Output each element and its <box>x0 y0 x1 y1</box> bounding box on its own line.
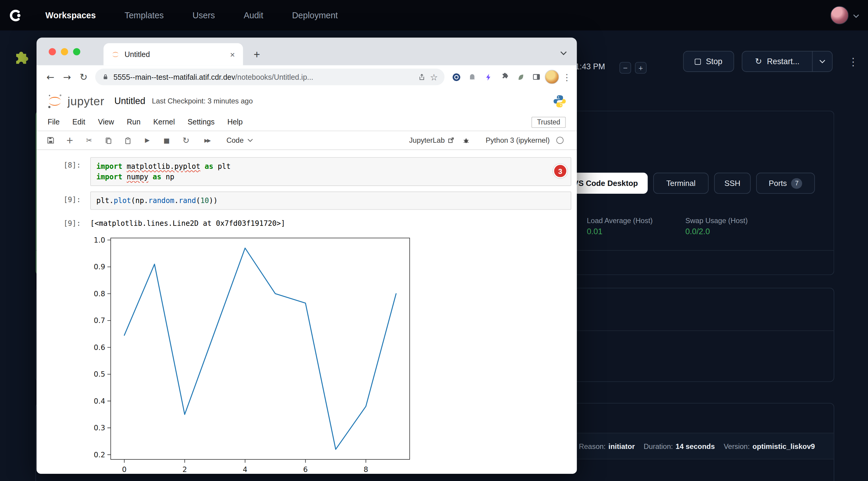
menu-help[interactable]: Help <box>227 118 243 126</box>
code-cell-9: [9]: plt.plot(np.random.rand(10)) <box>37 192 571 210</box>
svg-text:0.3: 0.3 <box>94 424 105 432</box>
close-tab-icon[interactable]: × <box>228 49 238 59</box>
restart-icon: ↻ <box>755 56 762 66</box>
minimize-window-button[interactable] <box>61 48 68 55</box>
address-bar[interactable]: 5555--main--test--matifali.atif.cdr.dev/… <box>95 69 444 85</box>
primary-nav: Workspaces Templates Users Audit Deploym… <box>45 10 338 20</box>
trusted-badge[interactable]: Trusted <box>531 117 566 128</box>
notebook-title[interactable]: Untitled <box>114 96 145 106</box>
bolt-extension-icon[interactable] <box>482 71 495 83</box>
lock-icon[interactable] <box>102 73 109 81</box>
cell-type-dropdown[interactable]: Code <box>226 136 253 145</box>
tab-search-chevron-icon[interactable] <box>560 48 567 58</box>
nav-item-deployment[interactable]: Deployment <box>292 10 338 20</box>
browser-tab[interactable]: Untitled × <box>103 43 243 65</box>
open-in-jupyterlab-link[interactable]: JupyterLab <box>409 136 455 145</box>
bookmark-star-icon[interactable]: ☆ <box>430 72 438 82</box>
back-button[interactable]: ← <box>42 69 59 85</box>
ssh-button[interactable]: SSH <box>714 173 751 194</box>
share-icon[interactable] <box>418 73 426 81</box>
svg-text:0.5: 0.5 <box>94 370 105 379</box>
nav-item-users[interactable]: Users <box>192 10 215 20</box>
vscode-desktop-label: VS Code Desktop <box>573 179 638 188</box>
output-cell-9: [9]: [<matplotlib.lines.Line2D at 0x7fd0… <box>37 215 571 228</box>
browser-window: Untitled × + ← → ↻ 5555--main--test--mat… <box>37 38 577 474</box>
forward-button[interactable]: → <box>59 69 75 85</box>
svg-text:0.8: 0.8 <box>94 290 105 298</box>
restart-options-button[interactable] <box>812 51 833 72</box>
output-figure: 0.20.30.40.50.60.70.80.91.002468 <box>89 234 577 474</box>
kernel-name[interactable]: Python 3 (ipykernel) <box>486 136 550 145</box>
jupyter-favicon <box>111 50 120 59</box>
user-avatar[interactable] <box>831 6 849 24</box>
jupyter-wordmark: jupyter <box>67 94 104 108</box>
load-average-label: Load Average (Host) <box>587 217 653 225</box>
menu-settings[interactable]: Settings <box>187 118 214 126</box>
fullscreen-window-button[interactable] <box>73 48 81 55</box>
copy-cells-button[interactable] <box>103 135 113 145</box>
menu-run[interactable]: Run <box>127 118 141 126</box>
debugger-icon[interactable] <box>461 135 471 145</box>
code-cell-8: [8]: import matplotlib.pyplot as pltimpo… <box>37 157 571 186</box>
save-button[interactable] <box>45 135 55 145</box>
coder-logo-icon[interactable] <box>7 7 23 23</box>
leaf-extension-icon[interactable] <box>515 71 527 83</box>
side-panel-icon[interactable] <box>530 71 542 83</box>
ghost-extension-icon[interactable] <box>466 71 478 83</box>
ports-label: Ports <box>769 179 787 188</box>
ssh-label: SSH <box>724 179 740 188</box>
menu-kernel[interactable]: Kernel <box>153 118 175 126</box>
ports-button[interactable]: Ports 7 <box>756 173 815 194</box>
workspace-menu-kebab[interactable]: ⋮ <box>846 54 860 69</box>
tab-title: Untitled <box>124 50 222 59</box>
nav-item-templates[interactable]: Templates <box>124 10 163 20</box>
browser-toolbar: ← → ↻ 5555--main--test--matifali.atif.cd… <box>37 65 577 89</box>
svg-text:0.9: 0.9 <box>94 263 105 271</box>
browser-profile-avatar[interactable] <box>545 70 559 84</box>
nav-item-workspaces[interactable]: Workspaces <box>45 10 96 20</box>
ports-count-badge: 7 <box>791 178 802 188</box>
insert-cell-button[interactable]: + <box>65 135 75 145</box>
nav-item-audit[interactable]: Audit <box>244 10 263 20</box>
menu-file[interactable]: File <box>48 118 60 126</box>
notebook-cells: 3 [8]: import matplotlib.pyplot as pltim… <box>37 150 577 474</box>
chevron-down-icon[interactable] <box>853 10 859 20</box>
extensions-row <box>450 71 542 83</box>
terminal-button[interactable]: Terminal <box>653 173 709 194</box>
restart-kernel-button[interactable]: ↻ <box>181 135 191 145</box>
reload-button[interactable]: ↻ <box>75 69 92 85</box>
checkpoint-status: Last Checkpoint: 3 minutes ago <box>152 97 253 105</box>
menu-view[interactable]: View <box>98 118 114 126</box>
load-average-value: 0.01 <box>587 227 602 236</box>
svg-text:0.7: 0.7 <box>94 316 105 325</box>
workspace-app-puzzle-icon[interactable] <box>10 51 30 71</box>
restart-run-all-button[interactable]: ▶▶ <box>200 135 214 145</box>
menu-edit[interactable]: Edit <box>72 118 85 126</box>
terminal-label: Terminal <box>666 179 695 188</box>
jupyter-logo-icon[interactable] <box>46 93 63 109</box>
build-version: Version:optimistic_liskov9 <box>724 442 815 450</box>
interrupt-kernel-button[interactable]: ■ <box>162 135 172 145</box>
decrease-deadline-button[interactable]: − <box>619 62 631 74</box>
notification-badge[interactable]: 3 <box>553 164 567 178</box>
code-input[interactable]: plt.plot(np.random.rand(10)) <box>90 192 571 210</box>
extensions-puzzle-icon[interactable] <box>498 71 510 83</box>
close-window-button[interactable] <box>49 48 56 55</box>
paste-cells-button[interactable] <box>123 135 133 145</box>
increase-deadline-button[interactable]: + <box>635 62 647 74</box>
url-text: 5555--main--test--matifali.atif.cdr.dev/… <box>113 73 413 81</box>
top-nav-bar: Workspaces Templates Users Audit Deploym… <box>0 0 868 31</box>
restart-workspace-button[interactable]: ↻ Restart... <box>742 51 812 72</box>
password-manager-icon[interactable] <box>450 71 463 83</box>
output-text: [<matplotlib.lines.Line2D at 0x7fd03f191… <box>90 215 285 228</box>
browser-menu-kebab[interactable]: ⋮ <box>562 72 571 82</box>
svg-text:0.2: 0.2 <box>94 451 105 459</box>
cut-cells-button[interactable]: ✂ <box>84 135 94 145</box>
stop-workspace-button[interactable]: Stop <box>683 51 734 72</box>
stop-icon <box>695 59 701 64</box>
code-input[interactable]: import matplotlib.pyplot as pltimport nu… <box>90 157 571 186</box>
restart-label: Restart... <box>767 57 800 66</box>
run-cell-button[interactable]: ▶ <box>142 135 152 145</box>
new-tab-button[interactable]: + <box>249 46 265 62</box>
kernel-status-indicator <box>556 137 564 144</box>
